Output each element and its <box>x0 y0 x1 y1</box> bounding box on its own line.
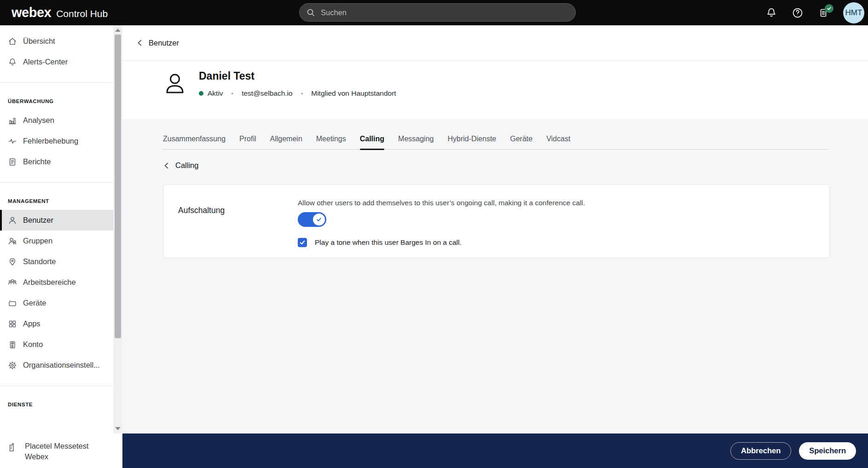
scrollbar-down-arrow-icon[interactable] <box>115 427 121 430</box>
user-detail-tabs: Zusammenfassung Profil Allgemein Meeting… <box>163 135 828 150</box>
sidebar-divider <box>0 182 113 183</box>
sidebar-item-label: Apps <box>23 319 41 328</box>
sidebar-item-label: Fehlerbehebung <box>23 137 78 145</box>
search-icon <box>306 8 315 17</box>
sidebar-item-label: Analysen <box>23 116 54 125</box>
changelog-icon[interactable] <box>818 7 829 18</box>
bell-icon <box>8 58 17 67</box>
status-active-dot-icon <box>199 91 203 96</box>
sidebar-item-analysen[interactable]: Analysen <box>0 110 113 131</box>
aufschaltung-settings-card: Aufschaltung Allow other users to add th… <box>163 184 830 258</box>
user-header: Daniel Test Aktiv • test@selbach.io • Mi… <box>122 61 868 119</box>
tab-hybrid-dienste[interactable]: Hybrid-Dienste <box>447 135 496 149</box>
sidebar-item-apps[interactable]: Apps <box>0 313 113 334</box>
sidebar-item-label: Arbeitsbereiche <box>23 278 76 287</box>
user-membership: Mitglied von Hauptstandort <box>311 89 396 98</box>
sidebar-item-label: Standorte <box>23 257 56 266</box>
notifications-bell-icon[interactable] <box>765 7 777 19</box>
tab-geraete[interactable]: Geräte <box>510 135 532 149</box>
main-content: Benutzer Daniel Test Aktiv • test@selbac… <box>122 25 868 468</box>
building-icon <box>8 442 19 453</box>
sidebar-divider <box>0 82 113 83</box>
tab-meetings[interactable]: Meetings <box>316 135 346 149</box>
report-icon <box>8 157 17 167</box>
sidebar-item-benutzer[interactable]: Benutzer <box>0 210 113 231</box>
page-title-user-name: Daniel Test <box>199 70 255 82</box>
user-avatar-menu[interactable]: HMT <box>843 2 864 23</box>
scrollbar-thumb[interactable] <box>115 35 121 338</box>
back-chevron-icon[interactable] <box>136 39 144 46</box>
apps-grid-icon <box>8 319 17 329</box>
tab-zusammenfassung[interactable]: Zusammenfassung <box>163 135 226 149</box>
sidebar-item-label: Gruppen <box>23 237 52 245</box>
toggle-knob-check-icon <box>313 214 325 225</box>
sidebar-item-berichte[interactable]: Berichte <box>0 151 113 172</box>
sidebar-item-geraete[interactable]: Geräte <box>0 293 113 313</box>
action-footer-bar: Abbrechen Speichern <box>122 433 868 468</box>
sidebar-divider <box>0 386 113 386</box>
sidebar-section-management: MANAGEMENT <box>0 198 122 204</box>
tone-checkbox-label: Play a tone when this user Barges In on … <box>315 238 462 247</box>
tab-content-area: Zusammenfassung Profil Allgemein Meeting… <box>122 119 868 433</box>
sidebar-item-placetel-messetest-webex[interactable]: Placetel Messetest Webex <box>0 436 122 468</box>
separator-dot: • <box>231 90 234 97</box>
cancel-button[interactable]: Abbrechen <box>730 442 791 460</box>
user-status: Aktiv <box>199 89 223 98</box>
tab-allgemein[interactable]: Allgemein <box>270 135 302 149</box>
user-profile-avatar-icon <box>163 72 187 96</box>
sidebar-item-uebersicht[interactable]: Übersicht <box>0 31 113 52</box>
calling-sub-breadcrumb: Calling <box>163 161 868 170</box>
tone-checkbox-row: Play a tone when this user Barges In on … <box>298 238 585 247</box>
logo-control-hub: Control Hub <box>56 8 108 19</box>
tone-checkbox[interactable] <box>298 238 307 247</box>
breadcrumb: Benutzer <box>122 25 868 61</box>
sidebar-item-label: Konto <box>23 340 43 349</box>
sidebar-item-standorte[interactable]: Standorte <box>0 251 113 272</box>
tab-vidcast[interactable]: Vidcast <box>546 135 570 149</box>
calling-back-link[interactable]: Calling <box>175 161 198 170</box>
sidebar-item-label: Organisationseinstell... <box>23 361 100 370</box>
device-icon <box>8 299 17 308</box>
sidebar-item-alerts-center[interactable]: Alerts-Center <box>0 52 113 72</box>
tab-calling[interactable]: Calling <box>360 135 384 149</box>
scrollbar-up-arrow-icon[interactable] <box>115 29 121 32</box>
logo-webex: webex <box>12 5 51 20</box>
save-button[interactable]: Speichern <box>799 442 856 460</box>
breadcrumb-benutzer-link[interactable]: Benutzer <box>149 39 179 47</box>
sidebar-item-label: Benutzer <box>23 216 53 225</box>
pulse-icon <box>8 137 17 146</box>
sidebar-scroll-area: Übersicht Alerts-Center ÜBERWACHUNG <box>0 25 122 436</box>
setting-description: Allow other users to add themselves to t… <box>298 199 585 207</box>
home-icon <box>8 37 17 46</box>
top-header-bar: webex Control Hub <box>0 0 868 25</box>
sidebar-item-label: Geräte <box>23 299 46 307</box>
user-email: test@selbach.io <box>242 89 293 98</box>
back-chevron-icon[interactable] <box>163 162 170 169</box>
bar-chart-icon <box>8 116 17 125</box>
sidebar-item-organisationseinstellungen[interactable]: Organisationseinstell... <box>0 355 113 376</box>
sidebar-item-label: Übersicht <box>23 37 55 46</box>
users-icon <box>8 237 17 246</box>
user-icon <box>8 216 17 225</box>
workspace-icon <box>8 278 17 287</box>
sidebar-navigation: Übersicht Alerts-Center ÜBERWACHUNG <box>0 25 122 468</box>
search-input[interactable] <box>321 8 569 17</box>
help-icon[interactable] <box>792 7 804 19</box>
sidebar-item-label: Alerts-Center <box>23 58 68 66</box>
tab-messaging[interactable]: Messaging <box>398 135 434 149</box>
sidebar-scrollbar[interactable] <box>113 25 122 433</box>
sidebar-item-arbeitsbereiche[interactable]: Arbeitsbereiche <box>0 272 113 293</box>
global-search[interactable] <box>299 3 576 22</box>
gear-icon <box>8 361 17 370</box>
sidebar-item-gruppen[interactable]: Gruppen <box>0 231 113 251</box>
sidebar-item-label: Berichte <box>23 157 51 166</box>
sidebar-section-ueberwachung: ÜBERWACHUNG <box>0 98 122 104</box>
sidebar-item-label: Placetel Messetest Webex <box>25 441 98 462</box>
sidebar-section-dienste: DIENSTE <box>0 402 122 407</box>
barge-in-toggle[interactable] <box>298 212 326 227</box>
sidebar-item-konto[interactable]: Konto <box>0 334 113 355</box>
tab-profil[interactable]: Profil <box>239 135 256 149</box>
account-building-icon <box>8 340 17 349</box>
location-pin-icon <box>8 257 17 266</box>
sidebar-item-fehlerbehebung[interactable]: Fehlerbehebung <box>0 131 113 151</box>
